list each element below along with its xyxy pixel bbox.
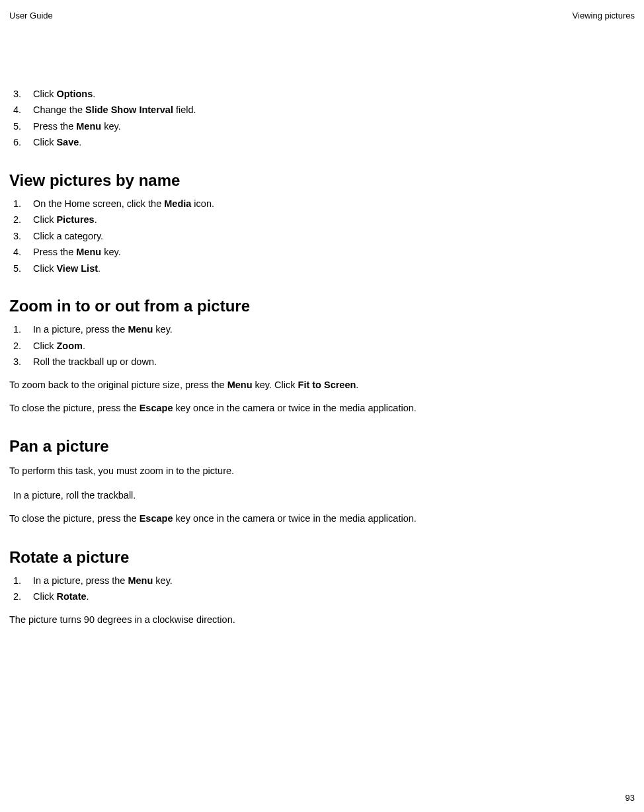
list-number: 3. bbox=[9, 229, 24, 243]
section-heading-zoom: Zoom in to or out from a picture bbox=[9, 297, 635, 315]
section3-para3: To close the picture, press the Escape k… bbox=[9, 511, 635, 526]
list-content: Click Pictures. bbox=[24, 212, 97, 227]
section-heading-pan: Pan a picture bbox=[9, 437, 635, 456]
list-content: Press the Menu key. bbox=[24, 119, 121, 134]
list-number: 5. bbox=[9, 119, 24, 134]
list-item: 3. Roll the trackball up or down. bbox=[9, 354, 635, 369]
list-content: Click Rotate. bbox=[24, 589, 89, 604]
list-content: Change the Slide Show Interval field. bbox=[24, 102, 196, 117]
intro-list: 3. Click Options. 4. Change the Slide Sh… bbox=[9, 87, 635, 150]
section-heading-view-by-name: View pictures by name bbox=[9, 171, 635, 190]
list-number: 1. bbox=[9, 322, 24, 337]
list-number: 2. bbox=[9, 589, 24, 604]
section2-para1: To zoom back to the original picture siz… bbox=[9, 378, 635, 393]
list-content: In a picture, press the Menu key. bbox=[24, 573, 173, 588]
list-number: 2. bbox=[9, 212, 24, 227]
section3-para2: In a picture, roll the trackball. bbox=[9, 488, 635, 503]
list-content: Roll the trackball up or down. bbox=[24, 354, 157, 369]
list-item: 5. Press the Menu key. bbox=[9, 119, 635, 134]
list-number: 5. bbox=[9, 261, 24, 276]
list-content: In a picture, press the Menu key. bbox=[24, 322, 173, 337]
list-content: On the Home screen, click the Media icon… bbox=[24, 196, 214, 211]
header-left: User Guide bbox=[9, 11, 53, 20]
list-item: 6. Click Save. bbox=[9, 135, 635, 149]
list-item: 2. Click Rotate. bbox=[9, 589, 635, 604]
header-right: Viewing pictures bbox=[573, 11, 635, 20]
list-number: 4. bbox=[9, 102, 24, 117]
list-item: 4. Press the Menu key. bbox=[9, 245, 635, 259]
section2-list: 1. In a picture, press the Menu key. 2. … bbox=[9, 322, 635, 369]
section1-list: 1. On the Home screen, click the Media i… bbox=[9, 196, 635, 276]
list-content: Click Save. bbox=[24, 135, 81, 149]
list-item: 5. Click View List. bbox=[9, 261, 635, 276]
section2-para2: To close the picture, press the Escape k… bbox=[9, 401, 635, 416]
list-number: 3. bbox=[9, 87, 24, 101]
list-number: 1. bbox=[9, 196, 24, 211]
list-content: Click View List. bbox=[24, 261, 101, 276]
page-number: 93 bbox=[625, 793, 635, 803]
list-content: Press the Menu key. bbox=[24, 245, 121, 259]
list-number: 2. bbox=[9, 339, 24, 353]
page-header: User Guide Viewing pictures bbox=[9, 11, 635, 20]
list-content: Click Zoom. bbox=[24, 339, 85, 353]
list-item: 4. Change the Slide Show Interval field. bbox=[9, 102, 635, 117]
list-item: 2. Click Pictures. bbox=[9, 212, 635, 227]
list-item: 1. On the Home screen, click the Media i… bbox=[9, 196, 635, 211]
list-item: 1. In a picture, press the Menu key. bbox=[9, 322, 635, 337]
list-number: 3. bbox=[9, 354, 24, 369]
section4-list: 1. In a picture, press the Menu key. 2. … bbox=[9, 573, 635, 604]
list-item: 3. Click a category. bbox=[9, 229, 635, 243]
list-item: 2. Click Zoom. bbox=[9, 339, 635, 353]
list-number: 6. bbox=[9, 135, 24, 149]
list-item: 3. Click Options. bbox=[9, 87, 635, 101]
list-number: 4. bbox=[9, 245, 24, 259]
section-heading-rotate: Rotate a picture bbox=[9, 548, 635, 567]
section4-para1: The picture turns 90 degrees in a clockw… bbox=[9, 612, 635, 628]
list-item: 1. In a picture, press the Menu key. bbox=[9, 573, 635, 588]
section3-para1: To perform this task, you must zoom in t… bbox=[9, 464, 635, 479]
list-number: 1. bbox=[9, 573, 24, 588]
list-content: Click Options. bbox=[24, 87, 95, 101]
list-content: Click a category. bbox=[24, 229, 103, 243]
